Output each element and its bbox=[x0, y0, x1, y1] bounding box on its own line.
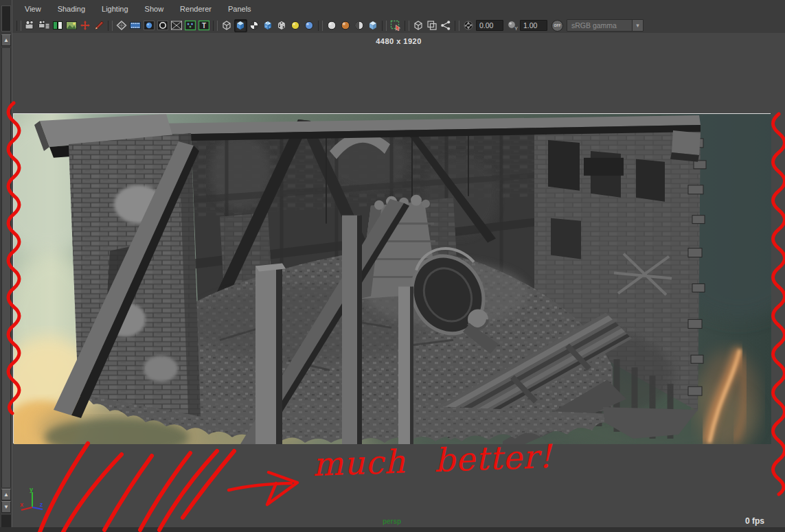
shadows-icon[interactable] bbox=[303, 19, 316, 32]
toolbar-separator bbox=[318, 21, 323, 31]
use-default-material-icon[interactable] bbox=[275, 19, 288, 32]
toolbar-separator bbox=[108, 21, 113, 31]
panel-header: View Shading Lighting Show Renderer Pane… bbox=[12, 0, 785, 33]
two-sided-lighting-icon[interactable] bbox=[353, 19, 366, 32]
axis-z-label: z bbox=[40, 501, 43, 508]
scroll-down-icon[interactable]: ▼ bbox=[1, 501, 11, 513]
viewport-toolbar: T0.00Y1.00OFFsRGB gamma▾ bbox=[12, 18, 785, 33]
share-view-icon[interactable] bbox=[440, 19, 453, 32]
gamma-icon[interactable]: Y bbox=[506, 19, 519, 32]
safe-title-icon[interactable]: T bbox=[198, 19, 211, 32]
bookmarks-icon[interactable] bbox=[52, 19, 65, 32]
window-bottom-edge bbox=[0, 527, 785, 532]
left-scrollbar: ▲ ▲ ▼ bbox=[0, 0, 12, 532]
render-image bbox=[13, 113, 771, 443]
isolate-select-icon[interactable] bbox=[389, 19, 402, 32]
colorspace-dropdown-value: sRGB gamma bbox=[567, 21, 632, 30]
shaded-textured-icon[interactable] bbox=[262, 19, 275, 32]
camera-name-label: persp bbox=[12, 518, 771, 525]
toolbar-separator bbox=[455, 21, 459, 31]
object-details-icon[interactable] bbox=[412, 19, 425, 32]
view-transform-toggle[interactable]: OFF bbox=[551, 20, 563, 32]
maya-window: ▲ ▲ ▼ View Shading Lighting Show Rendere… bbox=[0, 0, 785, 532]
menu-lighting[interactable]: Lighting bbox=[93, 0, 137, 18]
select-camera-icon[interactable] bbox=[24, 19, 37, 32]
textured-icon[interactable] bbox=[248, 19, 261, 32]
grid-icon[interactable] bbox=[115, 19, 128, 32]
safe-action-icon[interactable] bbox=[184, 19, 197, 32]
exposure-icon[interactable] bbox=[462, 19, 475, 32]
image-plane-icon[interactable] bbox=[65, 19, 78, 32]
menu-view[interactable]: View bbox=[16, 0, 49, 18]
grease-pencil-icon[interactable] bbox=[93, 19, 106, 32]
colorspace-dropdown[interactable]: sRGB gamma▾ bbox=[567, 19, 644, 32]
axis-gizmo: y x z bbox=[19, 486, 47, 516]
pan-zoom-tool-icon[interactable] bbox=[79, 19, 92, 32]
menu-panels[interactable]: Panels bbox=[220, 0, 260, 18]
axis-y-label: y bbox=[30, 486, 33, 493]
film-gate-icon[interactable] bbox=[129, 19, 142, 32]
camera-attributes-icon[interactable] bbox=[38, 19, 51, 32]
toolbar-separator bbox=[405, 21, 409, 31]
smooth-shade-all-icon[interactable] bbox=[326, 19, 339, 32]
panel-menu-bar: View Shading Lighting Show Renderer Pane… bbox=[12, 0, 785, 18]
resolution-label: 4480 x 1920 bbox=[12, 37, 785, 45]
gate-mask-icon[interactable] bbox=[157, 19, 170, 32]
left-panel-block bbox=[1, 5, 11, 32]
gamma-field[interactable]: 1.00 bbox=[520, 20, 547, 31]
toolbar-separator bbox=[16, 21, 21, 31]
viewport[interactable]: 4480 x 1920 bbox=[12, 33, 785, 532]
wireframe-icon[interactable] bbox=[220, 19, 234, 32]
menu-shading[interactable]: Shading bbox=[49, 0, 93, 18]
menu-renderer[interactable]: Renderer bbox=[172, 0, 220, 18]
svg-text:Y: Y bbox=[514, 26, 518, 31]
frame-selection-icon[interactable] bbox=[426, 19, 439, 32]
toolbar-separator bbox=[213, 21, 218, 31]
chevron-down-icon[interactable]: ▾ bbox=[632, 20, 643, 31]
building-model bbox=[34, 114, 706, 444]
field-chart-icon[interactable] bbox=[170, 19, 183, 32]
lights-icon[interactable] bbox=[289, 19, 302, 32]
toolbar-separator bbox=[382, 21, 387, 31]
resolution-gate-icon[interactable] bbox=[143, 19, 156, 32]
svg-text:T: T bbox=[202, 22, 206, 30]
scroll-up-icon[interactable]: ▲ bbox=[1, 34, 11, 46]
smooth-shade-icon[interactable] bbox=[234, 19, 247, 32]
scrollbar-track[interactable] bbox=[1, 48, 11, 487]
exposure-field[interactable]: 0.00 bbox=[476, 20, 503, 31]
scroll-up2-icon[interactable]: ▲ bbox=[1, 489, 11, 500]
fps-counter: 0 fps bbox=[745, 516, 764, 526]
axis-x-label: x bbox=[20, 501, 23, 508]
xray-icon[interactable] bbox=[367, 19, 380, 32]
menu-show[interactable]: Show bbox=[137, 0, 172, 18]
flat-shade-all-icon[interactable] bbox=[339, 19, 352, 32]
